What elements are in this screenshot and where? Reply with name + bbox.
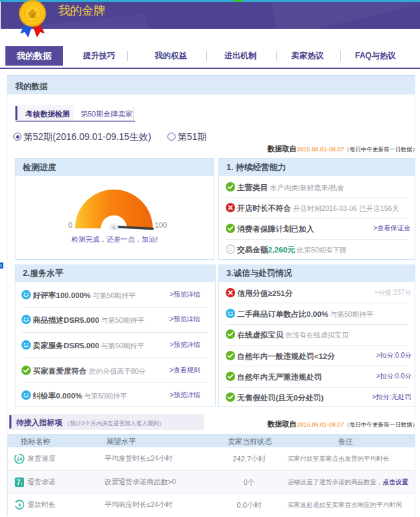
svg-text:¥: ¥ (18, 502, 21, 508)
svg-text:24: 24 (17, 456, 23, 462)
svg-text:金: 金 (27, 9, 38, 19)
svg-text:7: 7 (17, 479, 21, 486)
